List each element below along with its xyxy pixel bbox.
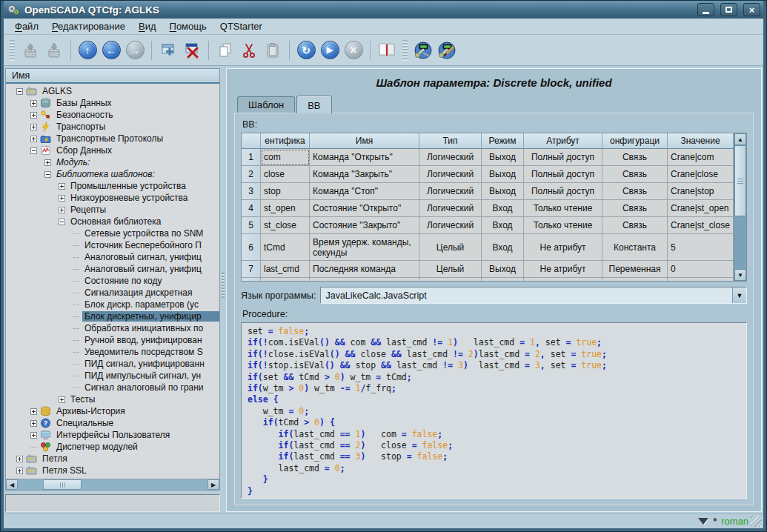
table-cell[interactable]: Состояние "Закрыто" xyxy=(310,217,419,234)
tree-item[interactable]: Безопасность xyxy=(6,109,219,121)
table-cell[interactable]: stop xyxy=(261,183,310,200)
table-cell[interactable]: Логический xyxy=(419,166,482,183)
table-cell[interactable]: Константа xyxy=(602,234,668,261)
table-cell[interactable]: Логический xyxy=(419,183,482,200)
expand-icon[interactable] xyxy=(30,420,37,427)
tree-item-label[interactable]: Сетевые устройства по SNM xyxy=(82,228,219,239)
table-cell[interactable]: w_tm xyxy=(261,278,310,281)
tree-item[interactable]: Архивы-История xyxy=(6,405,219,417)
language-value[interactable]: JavaLikeCalc.JavaScript xyxy=(321,290,732,301)
tree-item-label[interactable]: Тесты xyxy=(68,394,219,405)
expand-icon[interactable] xyxy=(30,432,37,439)
row-number[interactable]: 7 xyxy=(242,261,261,278)
row-number[interactable]: 6 xyxy=(242,234,261,261)
io-table-header[interactable]: ентификаИмяТипРежимАтрибутонфигурациЗнач… xyxy=(242,133,734,149)
column-header[interactable]: Тип xyxy=(419,133,482,149)
tree-item-label[interactable]: ПИД сигнал, унифицированн xyxy=(82,359,219,369)
tree-item[interactable]: Библиотека шаблонов: xyxy=(6,168,219,180)
tree-item[interactable]: Рецепты xyxy=(6,204,219,216)
menu-файл[interactable]: Файл xyxy=(8,19,45,33)
tree-item[interactable]: Уведомитель посредством S xyxy=(6,346,219,358)
tree-item-label[interactable]: Блок дискретных, унифицир xyxy=(82,311,219,322)
table-cell[interactable]: st_open xyxy=(261,200,310,217)
tree-item[interactable]: ПИД импульсный сигнал, ун xyxy=(6,370,219,382)
menu-qtstarter[interactable]: QTStarter xyxy=(213,19,269,33)
expand-icon[interactable] xyxy=(30,112,37,119)
tree-item-label[interactable]: ПИД импульсный сигнал, ун xyxy=(82,370,219,381)
column-header[interactable]: ентифика xyxy=(261,133,310,149)
maximize-button[interactable] xyxy=(720,3,737,16)
expand-icon[interactable] xyxy=(30,408,37,415)
tab-template[interactable]: Шаблон xyxy=(237,96,295,113)
table-cell[interactable]: Crane|st_close xyxy=(668,217,734,234)
collapse-icon[interactable] xyxy=(30,147,37,154)
tree-item-label[interactable]: Основная библиотека xyxy=(68,216,219,227)
table-cell[interactable]: Только чтение xyxy=(524,200,602,217)
table-cell[interactable]: Выход xyxy=(482,149,524,166)
table-cell[interactable]: Вход xyxy=(482,217,524,234)
tree-item[interactable]: Сетевые устройства по SNM xyxy=(6,227,219,239)
vscroll-handle[interactable] xyxy=(734,145,746,216)
menu-редактирование[interactable]: Редактирование xyxy=(45,19,132,33)
table-cell[interactable]: Переменная xyxy=(602,261,668,278)
tree-item[interactable]: Аналоговый сигнал, унифиц xyxy=(6,251,219,263)
expand-icon[interactable] xyxy=(59,183,65,190)
row-number[interactable]: 2 xyxy=(242,166,261,183)
expand-icon[interactable] xyxy=(16,456,23,462)
expand-icon[interactable] xyxy=(16,468,23,474)
table-cell[interactable]: Переменная xyxy=(602,278,668,281)
chevron-down-icon[interactable]: ▼ xyxy=(732,287,746,303)
tree-item-label[interactable]: Аналоговый сигнал, унифиц xyxy=(82,252,219,262)
table-cell[interactable]: Команда "Открыть" xyxy=(310,149,419,166)
tree-item-label[interactable]: Состояние по коду xyxy=(82,276,219,286)
toolbar-drag-handle[interactable] xyxy=(402,40,408,61)
tree-item[interactable]: ПИД сигнал, унифицированн xyxy=(6,358,219,370)
tree-item-label[interactable]: Низкоуровневые устройства xyxy=(68,193,219,203)
hscroll-handle[interactable] xyxy=(43,479,82,490)
table-cell[interactable]: Целый xyxy=(419,278,482,281)
refresh-button[interactable]: ↻ xyxy=(295,39,317,61)
row-number[interactable]: 8 xyxy=(242,278,261,281)
tree-item-label[interactable]: Специальные xyxy=(54,418,219,428)
paste-button[interactable] xyxy=(262,39,284,61)
table-cell[interactable]: Выход xyxy=(482,261,524,278)
resize-grip[interactable] xyxy=(751,516,762,527)
current-user[interactable]: roman xyxy=(721,516,748,527)
table-cell[interactable]: Crane|stop xyxy=(668,183,734,200)
tree-item-label[interactable]: Сигнализация дискретная xyxy=(82,287,219,298)
tree-item[interactable]: Сигнализация дискретная xyxy=(6,287,219,299)
item-delete-button[interactable] xyxy=(181,39,203,61)
tree-item[interactable]: AGLKS xyxy=(6,85,219,97)
table-cell[interactable]: Время удерж. команды, секунды xyxy=(310,234,419,261)
table-cell[interactable]: Полный доступ xyxy=(524,183,602,200)
copy-button[interactable] xyxy=(214,39,236,61)
tree-item[interactable]: Базы Данных xyxy=(6,97,219,109)
tab-io[interactable]: ВВ xyxy=(296,96,331,113)
nav-up-button[interactable]: ↑ xyxy=(76,39,99,61)
expand-icon[interactable] xyxy=(59,195,65,202)
tree-item-label[interactable]: Библиотека шаблонов: xyxy=(54,169,219,179)
expand-icon[interactable] xyxy=(59,207,65,213)
row-number[interactable]: 1 xyxy=(242,149,261,166)
column-header[interactable]: онфигураци xyxy=(602,133,668,149)
row-number[interactable]: 5 xyxy=(242,217,261,234)
table-cell[interactable]: 5 xyxy=(668,234,734,261)
tree-item-label[interactable]: Базы Данных xyxy=(54,98,219,108)
table-cell[interactable]: Не атрибут xyxy=(524,278,602,281)
tree-item-label[interactable]: Интерфейсы Пользователя xyxy=(54,430,219,440)
expand-icon[interactable] xyxy=(59,396,65,403)
table-cell[interactable]: Полный доступ xyxy=(524,149,602,166)
table-cell[interactable]: Логический xyxy=(419,217,482,234)
tree-item[interactable]: Основная библиотека xyxy=(6,216,219,227)
toolbar-drag-handle[interactable] xyxy=(10,40,15,61)
tree-hscrollbar[interactable]: ◀ ▶ xyxy=(6,479,219,490)
io-table-vscrollbar[interactable]: ▲ ▼ xyxy=(734,133,746,281)
tree-item[interactable]: Сбор Данных xyxy=(6,144,219,156)
expand-icon[interactable] xyxy=(30,124,37,130)
tree-item[interactable]: Ручной ввод, унифицирован xyxy=(6,334,219,346)
collapse-icon[interactable] xyxy=(44,171,51,178)
manual-button[interactable] xyxy=(376,39,398,61)
table-cell[interactable]: Выход xyxy=(482,278,524,281)
language-combobox[interactable]: JavaLikeCalc.JavaScript ▼ xyxy=(320,287,747,304)
tree-item-label[interactable]: Безопасность xyxy=(54,110,219,120)
